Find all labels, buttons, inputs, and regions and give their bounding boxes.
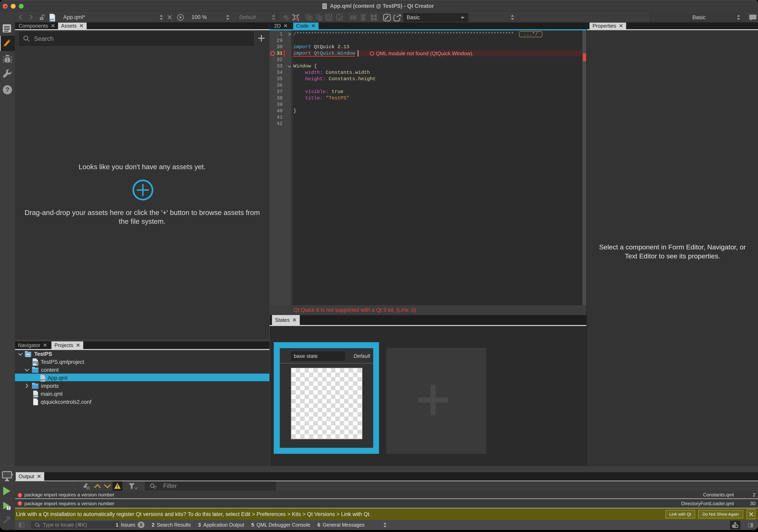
svg-text:qml: qml (49, 18, 54, 21)
svg-text:?: ? (5, 86, 9, 93)
svg-text:qml: qml (33, 394, 38, 397)
svg-text:qml: qml (26, 354, 30, 357)
svg-text:qml: qml (40, 378, 45, 381)
